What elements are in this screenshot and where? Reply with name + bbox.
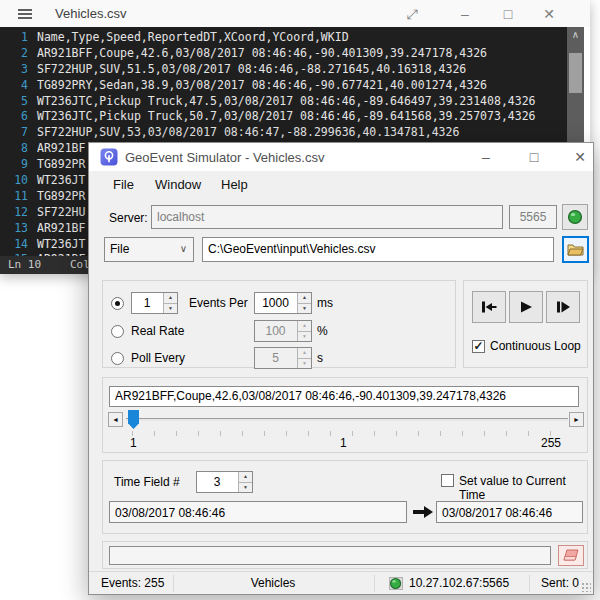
play-icon: [518, 300, 534, 314]
poll-every-radio[interactable]: [111, 352, 124, 365]
menu-window[interactable]: Window: [155, 177, 201, 192]
line-text: WT236JTC,Pickup Truck,47.5,03/08/2017 08…: [37, 94, 536, 108]
line-number: 10: [0, 173, 28, 187]
simulator-window: GeoEvent Simulator - Vehicles.csv – □ ✕ …: [88, 142, 594, 595]
line-number: 6: [0, 109, 28, 123]
spinner-up-icon[interactable]: ▲: [297, 293, 311, 303]
sim-maximize-button[interactable]: □: [521, 147, 547, 167]
time-groupbox: Time Field # 3 ▲▼ Set value to Current T…: [102, 460, 588, 534]
event-slider-thumb[interactable]: [128, 410, 139, 429]
line-number: 12: [0, 205, 28, 219]
poll-seconds-spinner[interactable]: 5 ▲▼: [254, 347, 312, 369]
step-icon: [554, 300, 572, 314]
spinner-down-icon[interactable]: ▼: [163, 303, 177, 313]
events-per-radio[interactable]: [111, 297, 124, 310]
browse-file-button[interactable]: [562, 236, 589, 263]
line-text: WT236JT: [37, 173, 85, 187]
geoevent-app-icon: [100, 148, 118, 166]
server-port-input[interactable]: 5565: [509, 205, 557, 229]
spinner-up-icon[interactable]: ▲: [297, 321, 311, 331]
step-forward-button[interactable]: [546, 291, 580, 323]
time-field-spinner[interactable]: 3 ▲▼: [196, 471, 253, 493]
skip-to-start-icon: [479, 300, 499, 314]
line-number: 3: [0, 62, 28, 76]
editor-line: 5WT236JTC,Pickup Truck,47.5,03/08/2017 0…: [0, 94, 584, 110]
spinner-up-icon[interactable]: ▲: [297, 348, 311, 358]
scrollbar-thumb[interactable]: [569, 53, 582, 93]
line-number: 7: [0, 125, 28, 139]
play-button[interactable]: [509, 291, 543, 323]
line-number: 9: [0, 157, 28, 171]
line-number: 11: [0, 189, 28, 203]
line-number: 4: [0, 78, 28, 92]
spinner-down-icon[interactable]: ▼: [297, 358, 311, 368]
real-rate-spinner[interactable]: 100 ▲▼: [254, 320, 312, 342]
spinner-down-icon[interactable]: ▼: [238, 482, 252, 492]
editor-titlebar: Vehicles.csv ⤢ – □ ✕: [0, 0, 590, 27]
line-text: SF722HUP,SUV,51.5,03/08/2017 08:46:46,-8…: [37, 62, 466, 76]
sim-minimize-button[interactable]: –: [473, 147, 499, 167]
line-text: TG892PRY,Sedan,38.9,03/08/2017 08:46:46,…: [37, 78, 487, 92]
slider-min-label: 1: [130, 436, 137, 450]
step-back-button[interactable]: [472, 291, 506, 323]
spinner-down-icon[interactable]: ▼: [297, 331, 311, 341]
line-text: SF722HU: [37, 205, 85, 219]
sim-statusbar: Events: 255 Vehicles 10.27.102.67:5565 S…: [89, 571, 593, 594]
editor-maximize-button[interactable]: □: [495, 4, 521, 24]
events-count-spinner[interactable]: 1 ▲▼: [131, 292, 178, 314]
editor-close-button[interactable]: ✕: [536, 4, 562, 24]
progress-bar: [109, 546, 551, 565]
progress-groupbox: [102, 541, 588, 569]
resize-grip[interactable]: [581, 582, 591, 592]
editor-title: Vehicles.csv: [55, 6, 127, 21]
line-text: WT236JT: [37, 237, 85, 251]
source-type-dropdown[interactable]: File ∨: [104, 237, 194, 262]
sim-close-button[interactable]: ✕: [567, 147, 593, 167]
server-address: 10.27.102.67:5565: [409, 576, 509, 590]
editor-line: 2AR921BFF,Coupe,42.6,03/08/2017 08:46:46…: [0, 46, 584, 62]
line-number: 5: [0, 94, 28, 108]
line-number: 14: [0, 237, 28, 251]
connection-status-icon: [389, 576, 404, 591]
interval-ms-spinner[interactable]: 1000 ▲▼: [254, 292, 312, 314]
time-from-field[interactable]: 03/08/2017 08:46:46: [109, 501, 407, 523]
spinner-up-icon[interactable]: ▲: [238, 472, 252, 482]
percent-unit-label: %: [317, 324, 328, 338]
ms-unit-label: ms: [317, 296, 333, 310]
slider-right-button[interactable]: ►: [569, 412, 584, 427]
poll-every-label: Poll Every: [131, 351, 185, 365]
slider-left-button[interactable]: ◄: [108, 412, 123, 427]
spinner-down-icon[interactable]: ▼: [297, 303, 311, 313]
set-current-time-checkbox[interactable]: [441, 474, 454, 487]
hamburger-menu-icon[interactable]: [18, 9, 32, 19]
editor-expand-icon[interactable]: ⤢: [399, 4, 425, 24]
editor-line: 7SF722HUP,SUV,53,03/08/2017 08:46:47,-88…: [0, 125, 584, 141]
menu-file[interactable]: File: [113, 177, 134, 192]
line-text: SF722HUP,SUV,53,03/08/2017 08:46:47,-88.…: [37, 125, 459, 139]
clear-button[interactable]: [558, 545, 584, 566]
time-to-field[interactable]: 03/08/2017 08:46:46: [436, 501, 583, 523]
status-line-indicator: Ln 10: [8, 256, 41, 274]
line-text: TG892PR: [37, 157, 85, 171]
line-text: AR921BFF,Coupe,42.6,03/08/2017 08:46:46,…: [37, 46, 487, 60]
current-event-field[interactable]: AR921BFF,Coupe,42.6,03/08/2017 08:46:46,…: [109, 386, 579, 407]
playback-groupbox: Continuous Loop: [463, 280, 588, 368]
editor-minimize-button[interactable]: –: [452, 4, 478, 24]
file-path-input[interactable]: C:\GeoEvent\input\Vehicles.csv: [202, 237, 554, 262]
line-number: 1: [0, 30, 28, 44]
arrow-right-icon: [412, 505, 434, 519]
line-text: Name,Type,Speed,ReportedDT,XCoord,YCoord…: [37, 30, 349, 44]
real-rate-radio[interactable]: [111, 325, 124, 338]
spinner-up-icon[interactable]: ▲: [163, 293, 177, 303]
line-text: AR921BF: [37, 221, 85, 235]
scroll-up-icon[interactable]: ∧: [567, 29, 584, 40]
continuous-loop-checkbox[interactable]: [472, 340, 485, 353]
connect-button[interactable]: [562, 204, 588, 230]
menu-help[interactable]: Help: [221, 177, 248, 192]
events-count: Events: 255: [101, 576, 164, 590]
event-slider-track[interactable]: [126, 418, 568, 421]
desktop: Vehicles.csv ⤢ – □ ✕ 1Name,Type,Speed,Re…: [0, 0, 600, 600]
continuous-loop-label: Continuous Loop: [490, 339, 581, 353]
server-host-input[interactable]: localhost: [151, 205, 503, 229]
editor-line: 4TG892PRY,Sedan,38.9,03/08/2017 08:46:46…: [0, 78, 584, 94]
